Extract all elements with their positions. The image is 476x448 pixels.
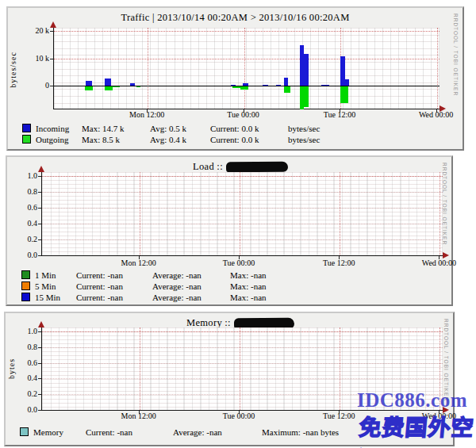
outgoing-bar [85, 86, 93, 90]
incoming-bar [345, 79, 349, 86]
legend-swatch [21, 293, 30, 301]
rrdtool-signature: RRDTOOL / TOBI OETIKER [442, 163, 447, 245]
outgoing-bar [136, 86, 140, 87]
outgoing-bar [113, 86, 120, 87]
grid-line-horizontal [42, 192, 443, 193]
legend-cell: Max: -nan [230, 281, 267, 291]
legend-cell: Current: -nan [86, 427, 173, 437]
y-tick-label: 20 k [22, 26, 49, 35]
legend-cell: Memory [33, 427, 86, 437]
y-tick-mark [50, 59, 53, 59]
legend-cell: bytes/sec [288, 135, 320, 144]
traffic-y-axis-label: bytes/sec [9, 22, 18, 117]
x-tick-mark [339, 256, 340, 259]
legend-row: 15 MinCurrent: -nanAverage: -nanMax: -na… [21, 292, 267, 302]
x-tick-mark [147, 109, 148, 113]
x-tick-label: Tue 00:00 [212, 258, 266, 267]
grid-line-horizontal [54, 31, 440, 32]
incoming-bar [276, 85, 280, 86]
traffic-graph-panel: Traffic | 2013/10/14 00:20AM > 2013/10/1… [6, 6, 464, 151]
outgoing-bar [232, 86, 240, 88]
legend-swatch [22, 135, 31, 144]
load-title: Load :: [18, 161, 463, 173]
y-tick-mark [38, 363, 41, 364]
y-axis-arrow [50, 21, 56, 28]
y-tick-label: 0.8 [10, 343, 37, 351]
y-tick-label: 0.0 [10, 251, 37, 259]
legend-cell: 1 Min [35, 270, 76, 280]
redacted-hostname [226, 162, 288, 173]
y-tick-mark [38, 176, 41, 177]
legend-row: OutgoingMax: 8.5 kAvg: 0.4 kCurrent: 0.0… [22, 134, 320, 144]
x-tick-mark [244, 109, 244, 113]
legend-cell: Max: 8.5 k [82, 135, 150, 144]
grid-line-vertical [437, 28, 438, 109]
monitoring-page: { "rrdtool_signature": "RRDTOOL / TOBI O… [0, 0, 476, 448]
legend-row: IncomingMax: 14.7 kAvg: 0.5 kCurrent: 0.… [22, 123, 320, 133]
legend-cell: Average: -nan [152, 270, 230, 280]
grid-line-vertical [240, 327, 240, 410]
legend-cell: Current: -nan [76, 270, 152, 280]
x-tick-label: Wed 00:00 [412, 258, 466, 267]
x-tick-label: Mon 12:00 [112, 258, 166, 267]
incoming-bar [86, 81, 92, 86]
load-plot-area [41, 172, 443, 256]
traffic-plot-area [53, 28, 440, 109]
outgoing-bar [105, 86, 113, 90]
incoming-bar [304, 54, 309, 86]
y-tick-label: 1.0 [10, 171, 37, 180]
y-tick-label: 0.8 [10, 187, 37, 196]
incoming-bar [243, 83, 248, 86]
load-title-text: Load :: [193, 161, 223, 173]
y-tick-mark [38, 255, 41, 256]
memory-y-axis-label: bytes [7, 321, 17, 416]
legend-cell: Average: -nan [152, 293, 230, 302]
legend-cell: Current: 0.0 k [210, 124, 288, 133]
incoming-bar [105, 78, 111, 86]
grid-line-horizontal [42, 363, 443, 364]
y-tick-label: 1.0 [10, 327, 37, 335]
incoming-bar [263, 85, 268, 86]
y-tick-mark [38, 224, 41, 224]
grid-line-vertical [340, 327, 340, 410]
y-tick-label: 0 [22, 81, 49, 90]
grid-line-vertical [340, 172, 340, 255]
x-tick-mark [339, 411, 340, 414]
y-tick-mark [50, 86, 53, 86]
legend-row: 1 MinCurrent: -nanAverage: -nanMax: -nan [21, 270, 267, 280]
grid-line-vertical [140, 172, 140, 255]
grid-line-vertical [244, 28, 245, 109]
grid-line-vertical [240, 172, 240, 255]
grid-line-vertical [140, 327, 140, 410]
site-watermark-brand: IDC886.com [357, 389, 467, 412]
grid-line-vertical [440, 172, 440, 255]
legend-cell: Max: -nan [230, 270, 267, 280]
x-tick-mark [139, 256, 140, 259]
y-tick-mark [50, 31, 53, 32]
legend-cell: 5 Min [35, 281, 76, 291]
y-tick-mark [38, 347, 41, 348]
incoming-bar [130, 83, 135, 86]
grid-line-vertical [148, 28, 148, 109]
legend-cell: Avg: 0.5 k [150, 124, 210, 133]
y-tick-label: 0.0 [10, 405, 37, 414]
legend-cell: Average: -nan [152, 281, 230, 291]
x-tick-label: Tue 12:00 [312, 258, 366, 267]
incoming-bar [231, 85, 236, 86]
y-tick-label: 0.6 [10, 358, 37, 367]
y-axis-arrow [38, 166, 44, 172]
x-tick-mark [239, 256, 240, 259]
x-tick-mark [340, 109, 340, 113]
y-tick-mark [38, 208, 41, 209]
y-tick-label: 10 k [22, 54, 49, 63]
y-axis-arrow [38, 321, 44, 327]
legend-row: MemoryCurrent: -nanAverage: -nanMaximum:… [20, 427, 339, 437]
legend-cell: Current: 0.0 k [210, 135, 288, 144]
legend-cell: Avg: 0.4 k [150, 135, 210, 144]
x-tick-mark [436, 109, 437, 113]
rrdtool-signature: RRDTOOL / TOBI OETIKER [453, 13, 459, 96]
site-watermark-slogan: 免费国外空间 [355, 410, 476, 448]
grid-line-horizontal [42, 331, 443, 332]
y-tick-mark [38, 410, 41, 411]
x-tick-mark [139, 411, 140, 414]
